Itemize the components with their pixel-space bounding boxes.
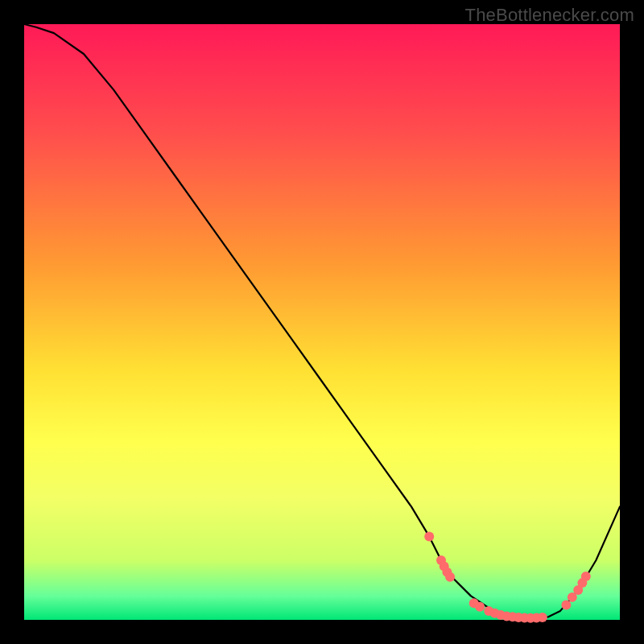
curve-marker bbox=[424, 531, 434, 541]
curve-marker bbox=[581, 572, 591, 581]
curve-marker bbox=[538, 613, 547, 622]
curve-markers bbox=[424, 531, 591, 622]
watermark-text: TheBottlenecker.com bbox=[465, 5, 634, 26]
curve-marker bbox=[475, 602, 485, 612]
curve-marker bbox=[445, 572, 455, 582]
curve-marker bbox=[561, 601, 571, 610]
bottleneck-curve bbox=[24, 24, 620, 618]
chart-plot-area bbox=[24, 24, 620, 620]
chart-curve-layer bbox=[24, 24, 620, 620]
